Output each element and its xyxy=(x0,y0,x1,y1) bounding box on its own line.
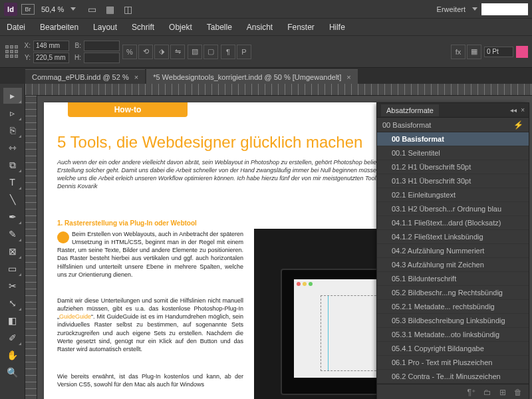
zoom-level[interactable]: 50,4 % xyxy=(41,5,64,13)
scissors-tool[interactable]: ✂ xyxy=(3,278,22,294)
scale-icon[interactable]: % xyxy=(122,45,137,59)
arrange-icon[interactable]: ▦ xyxy=(106,4,114,15)
color-swatch-icon[interactable] xyxy=(516,46,528,58)
top-bar: Id Br 50,4 % ▭ ▦ ◫ Erweitert xyxy=(0,0,532,19)
tab-commag[interactable]: Commag_ePUB.indd @ 52 %× xyxy=(25,69,145,84)
chevron-down-icon[interactable] xyxy=(472,7,477,11)
workspace-switcher[interactable]: Erweitert xyxy=(437,5,466,13)
w-input[interactable] xyxy=(84,41,120,51)
view-mode-icon[interactable]: ▭ xyxy=(88,4,96,15)
menu-tabelle[interactable]: Tabelle xyxy=(207,23,232,32)
menu-layout[interactable]: Layout xyxy=(93,23,117,32)
guideguide-link: GuideGuide xyxy=(59,313,91,320)
view-icons: ▭ ▦ ◫ xyxy=(88,4,132,15)
wrap-icon[interactable]: ▦ xyxy=(467,45,481,59)
close-icon[interactable]: × xyxy=(521,106,525,114)
rectangle-tool[interactable]: ▭ xyxy=(3,261,22,277)
document-tabs: Commag_ePUB.indd @ 52 %× *5 Webdesigntoo… xyxy=(0,68,532,84)
menu-datei[interactable]: Datei xyxy=(7,23,25,32)
style-row[interactable]: 01.2 H1 Überschrift 50pt xyxy=(377,160,529,174)
clear-override-icon[interactable]: ¶⁺ xyxy=(467,388,475,397)
style-row[interactable]: 00 Basisformat xyxy=(377,132,529,146)
tools-panel: ▸ ▹ ⎘ ⇿ ⧉ T ╲ ✒ ✎ ⊠ ▭ ✂ ⤡ ◧ ✐ ✋ 🔍 xyxy=(0,84,25,399)
style-row[interactable]: 01.3 H1 Überschrift 30pt xyxy=(377,174,529,188)
style-row[interactable]: 05.3 Bildbeschreibung Linksbündig xyxy=(377,314,529,328)
selection-tool[interactable]: ▸ xyxy=(3,88,22,104)
menu-bearbeiten[interactable]: Bearbeiten xyxy=(40,23,78,32)
style-row[interactable]: 00.1 Seitentitel xyxy=(377,146,529,160)
style-row[interactable]: 05.2 Bildbeschr...ng Rechtsbündig xyxy=(377,286,529,300)
direct-selection-tool[interactable]: ▹ xyxy=(3,105,22,121)
menu-ansicht[interactable]: Ansicht xyxy=(247,23,273,32)
fill-swatch[interactable]: ▧ xyxy=(188,45,202,59)
quick-apply-icon[interactable]: ⚡ xyxy=(513,120,523,130)
search-input[interactable] xyxy=(481,3,528,15)
w-label: B: xyxy=(72,42,81,49)
char-icon[interactable]: P xyxy=(237,45,251,59)
y-label: Y: xyxy=(21,54,31,61)
effects-icon[interactable]: fx xyxy=(451,45,466,59)
stroke-weight-input[interactable] xyxy=(484,47,513,57)
style-row[interactable]: 03.1 H2 Übersch...r Ordnung blau xyxy=(377,202,529,216)
gap-tool[interactable]: ⇿ xyxy=(3,140,22,156)
rotate-icon[interactable]: ⟲ xyxy=(138,45,153,59)
screen-mode-icon[interactable]: ◫ xyxy=(124,4,132,15)
new-style-icon[interactable]: ⊞ xyxy=(499,388,506,397)
zoom-tool[interactable]: 🔍 xyxy=(3,364,22,380)
flip-h-icon[interactable]: ⇋ xyxy=(170,45,185,59)
app-logo: Id xyxy=(4,3,17,16)
vertical-ruler[interactable] xyxy=(25,96,37,399)
pencil-tool[interactable]: ✎ xyxy=(3,226,22,242)
menu-bar: Datei Bearbeiten Layout Schrift Objekt T… xyxy=(0,19,532,36)
style-row[interactable]: 05.1 Bildunterschrift xyxy=(377,272,529,286)
gradient-tool[interactable]: ◧ xyxy=(3,313,22,329)
menu-objekt[interactable]: Objekt xyxy=(169,23,192,32)
tab-webdesigntools[interactable]: *5 Webdesigntools_korrigiert.indd @ 50 %… xyxy=(146,69,358,84)
delete-style-icon[interactable]: 🗑 xyxy=(514,388,522,397)
style-row[interactable]: 06.1 Pro - Text mit Pluszeichen xyxy=(377,356,529,370)
current-style: 00 Basisformat xyxy=(382,121,431,129)
hand-tool[interactable]: ✋ xyxy=(3,347,22,363)
style-row[interactable]: 05.3.1 Metadate...oto linksbündig xyxy=(377,328,529,342)
close-icon[interactable]: × xyxy=(346,73,350,81)
rectangle-frame-tool[interactable]: ⊠ xyxy=(3,243,22,259)
new-group-icon[interactable]: 🗀 xyxy=(483,388,491,397)
control-bar: X: Y: B: H: % ⟲ ⬗ ⇋ ▧ ▢ ¶ P fx ▦ xyxy=(0,36,532,68)
h-input[interactable] xyxy=(84,53,120,63)
reference-point[interactable] xyxy=(4,45,19,59)
y-input[interactable] xyxy=(33,53,69,63)
style-row[interactable]: 06.2 Contra - Te...it Minuszeichen xyxy=(377,370,529,384)
line-tool[interactable]: ╲ xyxy=(3,192,22,207)
paragraph-styles-panel[interactable]: Absatzformate ◂◂× 00 Basisformat⚡ 00 Bas… xyxy=(376,102,529,399)
style-row[interactable]: 05.2.1 Metadate... rechtsbündig xyxy=(377,300,529,314)
type-tool[interactable]: T xyxy=(3,174,22,190)
shear-icon[interactable]: ⬗ xyxy=(154,45,169,59)
initial-icon xyxy=(57,231,69,243)
zoom-dropdown-icon[interactable] xyxy=(70,7,76,11)
x-label: X: xyxy=(21,42,31,49)
panel-tab[interactable]: Absatzformate xyxy=(381,104,439,116)
menu-hilfe[interactable]: Hilfe xyxy=(329,23,345,32)
menu-fenster[interactable]: Fenster xyxy=(287,23,315,32)
subheading: 1. Rastererstellung via Plug-In oder Web… xyxy=(57,219,197,227)
content-collector-tool[interactable]: ⧉ xyxy=(3,157,22,173)
horizontal-ruler[interactable] xyxy=(25,84,532,96)
eyedropper-tool[interactable]: ✐ xyxy=(3,330,22,346)
collapse-icon[interactable]: ◂◂ xyxy=(510,106,517,114)
style-row[interactable]: 04.3 Aufzählung mit Zeichen xyxy=(377,258,529,272)
style-row[interactable]: 04.1.1 Fließtext...dard (Blocksatz) xyxy=(377,216,529,230)
menu-schrift[interactable]: Schrift xyxy=(132,23,154,32)
para-icon[interactable]: ¶ xyxy=(221,45,235,59)
x-input[interactable] xyxy=(33,41,69,51)
transform-tool[interactable]: ⤡ xyxy=(3,295,22,311)
style-row[interactable]: 04.1.2 Fließtext Linksbündig xyxy=(377,230,529,244)
style-row[interactable]: 04.2 Aufzählung Nummeriert xyxy=(377,244,529,258)
stroke-swatch[interactable]: ▢ xyxy=(203,45,218,59)
style-row[interactable]: 02.1 Einleitungstext xyxy=(377,188,529,202)
close-icon[interactable]: × xyxy=(134,73,138,81)
style-list: 00 Basisformat00.1 Seitentitel01.2 H1 Üb… xyxy=(377,132,529,384)
pen-tool[interactable]: ✒ xyxy=(3,209,22,225)
page-tool[interactable]: ⎘ xyxy=(3,122,22,138)
bridge-badge[interactable]: Br xyxy=(21,4,35,15)
style-row[interactable]: 05.4.1 Copyright Bildangabe xyxy=(377,342,529,356)
